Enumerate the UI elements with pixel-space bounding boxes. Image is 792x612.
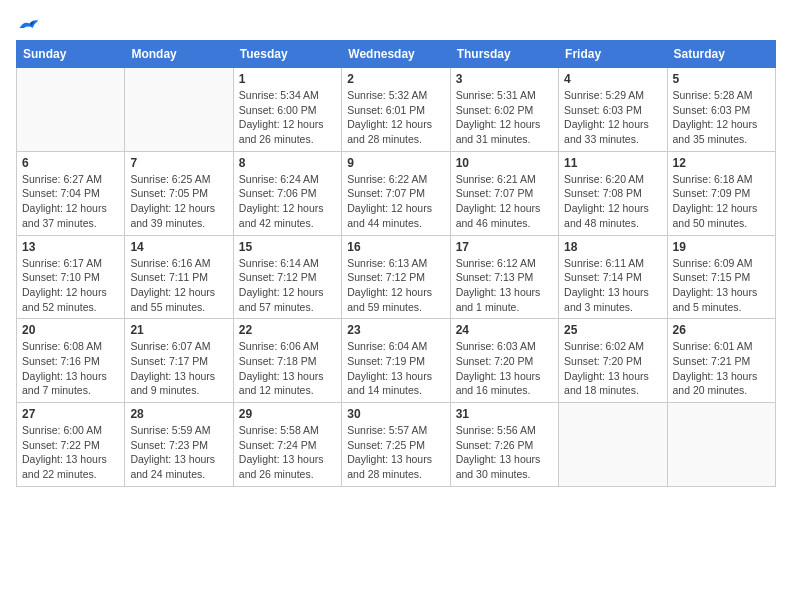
day-info: Sunrise: 5:31 AM Sunset: 6:02 PM Dayligh…: [456, 88, 553, 147]
day-info: Sunrise: 6:18 AM Sunset: 7:09 PM Dayligh…: [673, 172, 770, 231]
day-number: 21: [130, 323, 227, 337]
day-info: Sunrise: 6:01 AM Sunset: 7:21 PM Dayligh…: [673, 339, 770, 398]
logo: [16, 16, 40, 30]
day-header-saturday: Saturday: [667, 41, 775, 68]
day-info: Sunrise: 6:16 AM Sunset: 7:11 PM Dayligh…: [130, 256, 227, 315]
day-info: Sunrise: 6:08 AM Sunset: 7:16 PM Dayligh…: [22, 339, 119, 398]
calendar-week-row: 20Sunrise: 6:08 AM Sunset: 7:16 PM Dayli…: [17, 319, 776, 403]
calendar-week-row: 13Sunrise: 6:17 AM Sunset: 7:10 PM Dayli…: [17, 235, 776, 319]
day-number: 22: [239, 323, 336, 337]
day-number: 18: [564, 240, 661, 254]
day-info: Sunrise: 6:03 AM Sunset: 7:20 PM Dayligh…: [456, 339, 553, 398]
day-info: Sunrise: 6:06 AM Sunset: 7:18 PM Dayligh…: [239, 339, 336, 398]
calendar-week-row: 27Sunrise: 6:00 AM Sunset: 7:22 PM Dayli…: [17, 403, 776, 487]
logo-bird-icon: [18, 16, 40, 34]
day-number: 31: [456, 407, 553, 421]
calendar-cell: 23Sunrise: 6:04 AM Sunset: 7:19 PM Dayli…: [342, 319, 450, 403]
calendar-cell: 27Sunrise: 6:00 AM Sunset: 7:22 PM Dayli…: [17, 403, 125, 487]
calendar-cell: 18Sunrise: 6:11 AM Sunset: 7:14 PM Dayli…: [559, 235, 667, 319]
calendar-cell: 31Sunrise: 5:56 AM Sunset: 7:26 PM Dayli…: [450, 403, 558, 487]
calendar-cell: 3Sunrise: 5:31 AM Sunset: 6:02 PM Daylig…: [450, 68, 558, 152]
day-number: 27: [22, 407, 119, 421]
day-info: Sunrise: 6:22 AM Sunset: 7:07 PM Dayligh…: [347, 172, 444, 231]
day-header-sunday: Sunday: [17, 41, 125, 68]
day-number: 12: [673, 156, 770, 170]
calendar-cell: 22Sunrise: 6:06 AM Sunset: 7:18 PM Dayli…: [233, 319, 341, 403]
calendar-cell: 5Sunrise: 5:28 AM Sunset: 6:03 PM Daylig…: [667, 68, 775, 152]
calendar-cell: 20Sunrise: 6:08 AM Sunset: 7:16 PM Dayli…: [17, 319, 125, 403]
day-info: Sunrise: 5:32 AM Sunset: 6:01 PM Dayligh…: [347, 88, 444, 147]
day-number: 2: [347, 72, 444, 86]
day-number: 9: [347, 156, 444, 170]
day-info: Sunrise: 5:57 AM Sunset: 7:25 PM Dayligh…: [347, 423, 444, 482]
day-number: 5: [673, 72, 770, 86]
calendar-cell: 8Sunrise: 6:24 AM Sunset: 7:06 PM Daylig…: [233, 151, 341, 235]
day-number: 11: [564, 156, 661, 170]
day-info: Sunrise: 6:09 AM Sunset: 7:15 PM Dayligh…: [673, 256, 770, 315]
calendar-cell: 13Sunrise: 6:17 AM Sunset: 7:10 PM Dayli…: [17, 235, 125, 319]
day-number: 24: [456, 323, 553, 337]
calendar-cell: 19Sunrise: 6:09 AM Sunset: 7:15 PM Dayli…: [667, 235, 775, 319]
day-info: Sunrise: 5:34 AM Sunset: 6:00 PM Dayligh…: [239, 88, 336, 147]
calendar-cell: 10Sunrise: 6:21 AM Sunset: 7:07 PM Dayli…: [450, 151, 558, 235]
calendar-table: SundayMondayTuesdayWednesdayThursdayFrid…: [16, 40, 776, 487]
day-header-wednesday: Wednesday: [342, 41, 450, 68]
calendar-cell: 2Sunrise: 5:32 AM Sunset: 6:01 PM Daylig…: [342, 68, 450, 152]
day-number: 23: [347, 323, 444, 337]
day-number: 6: [22, 156, 119, 170]
day-info: Sunrise: 6:20 AM Sunset: 7:08 PM Dayligh…: [564, 172, 661, 231]
day-info: Sunrise: 6:13 AM Sunset: 7:12 PM Dayligh…: [347, 256, 444, 315]
day-header-friday: Friday: [559, 41, 667, 68]
day-number: 28: [130, 407, 227, 421]
calendar-cell: 7Sunrise: 6:25 AM Sunset: 7:05 PM Daylig…: [125, 151, 233, 235]
day-number: 4: [564, 72, 661, 86]
day-number: 30: [347, 407, 444, 421]
calendar-week-row: 1Sunrise: 5:34 AM Sunset: 6:00 PM Daylig…: [17, 68, 776, 152]
day-info: Sunrise: 6:12 AM Sunset: 7:13 PM Dayligh…: [456, 256, 553, 315]
calendar-cell: [17, 68, 125, 152]
calendar-cell: 21Sunrise: 6:07 AM Sunset: 7:17 PM Dayli…: [125, 319, 233, 403]
day-number: 13: [22, 240, 119, 254]
day-info: Sunrise: 5:28 AM Sunset: 6:03 PM Dayligh…: [673, 88, 770, 147]
calendar-cell: 17Sunrise: 6:12 AM Sunset: 7:13 PM Dayli…: [450, 235, 558, 319]
day-number: 26: [673, 323, 770, 337]
day-header-monday: Monday: [125, 41, 233, 68]
day-number: 8: [239, 156, 336, 170]
day-info: Sunrise: 6:24 AM Sunset: 7:06 PM Dayligh…: [239, 172, 336, 231]
calendar-cell: 15Sunrise: 6:14 AM Sunset: 7:12 PM Dayli…: [233, 235, 341, 319]
calendar-week-row: 6Sunrise: 6:27 AM Sunset: 7:04 PM Daylig…: [17, 151, 776, 235]
day-info: Sunrise: 6:27 AM Sunset: 7:04 PM Dayligh…: [22, 172, 119, 231]
calendar-cell: 4Sunrise: 5:29 AM Sunset: 6:03 PM Daylig…: [559, 68, 667, 152]
day-number: 19: [673, 240, 770, 254]
day-info: Sunrise: 6:00 AM Sunset: 7:22 PM Dayligh…: [22, 423, 119, 482]
day-info: Sunrise: 6:11 AM Sunset: 7:14 PM Dayligh…: [564, 256, 661, 315]
calendar-cell: 16Sunrise: 6:13 AM Sunset: 7:12 PM Dayli…: [342, 235, 450, 319]
day-number: 17: [456, 240, 553, 254]
day-number: 7: [130, 156, 227, 170]
day-info: Sunrise: 6:14 AM Sunset: 7:12 PM Dayligh…: [239, 256, 336, 315]
page-header: [16, 16, 776, 30]
day-info: Sunrise: 5:58 AM Sunset: 7:24 PM Dayligh…: [239, 423, 336, 482]
day-number: 15: [239, 240, 336, 254]
day-info: Sunrise: 6:25 AM Sunset: 7:05 PM Dayligh…: [130, 172, 227, 231]
day-info: Sunrise: 5:56 AM Sunset: 7:26 PM Dayligh…: [456, 423, 553, 482]
calendar-cell: 29Sunrise: 5:58 AM Sunset: 7:24 PM Dayli…: [233, 403, 341, 487]
day-info: Sunrise: 5:29 AM Sunset: 6:03 PM Dayligh…: [564, 88, 661, 147]
day-number: 16: [347, 240, 444, 254]
calendar-cell: [667, 403, 775, 487]
day-info: Sunrise: 5:59 AM Sunset: 7:23 PM Dayligh…: [130, 423, 227, 482]
calendar-cell: 25Sunrise: 6:02 AM Sunset: 7:20 PM Dayli…: [559, 319, 667, 403]
day-number: 10: [456, 156, 553, 170]
calendar-cell: [559, 403, 667, 487]
day-info: Sunrise: 6:04 AM Sunset: 7:19 PM Dayligh…: [347, 339, 444, 398]
day-header-thursday: Thursday: [450, 41, 558, 68]
calendar-cell: 24Sunrise: 6:03 AM Sunset: 7:20 PM Dayli…: [450, 319, 558, 403]
day-number: 1: [239, 72, 336, 86]
day-info: Sunrise: 6:02 AM Sunset: 7:20 PM Dayligh…: [564, 339, 661, 398]
day-number: 3: [456, 72, 553, 86]
day-number: 25: [564, 323, 661, 337]
day-info: Sunrise: 6:17 AM Sunset: 7:10 PM Dayligh…: [22, 256, 119, 315]
calendar-cell: [125, 68, 233, 152]
day-info: Sunrise: 6:07 AM Sunset: 7:17 PM Dayligh…: [130, 339, 227, 398]
calendar-cell: 26Sunrise: 6:01 AM Sunset: 7:21 PM Dayli…: [667, 319, 775, 403]
